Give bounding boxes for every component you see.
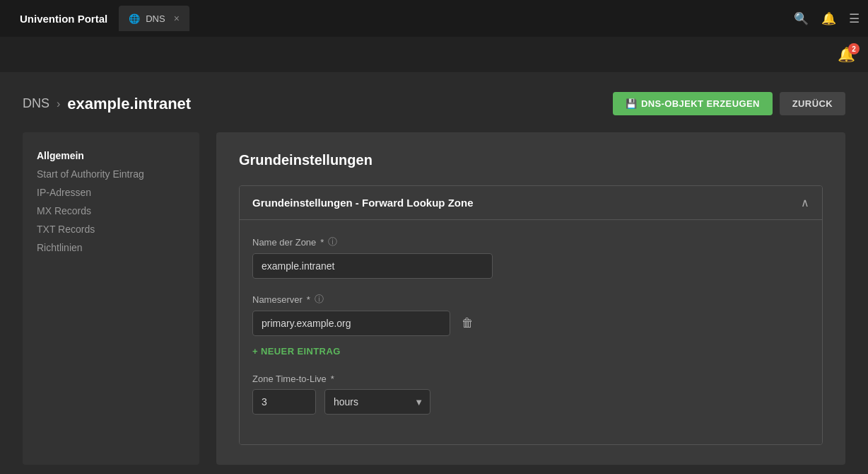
grundeinstellungen-section: Grundeinstellungen - Forward Lookup Zone… [239, 185, 823, 445]
sidebar-item-txt[interactable]: TXT Records [37, 220, 185, 238]
sidebar-item-soa[interactable]: Start of Authority Eintrag [37, 165, 185, 183]
tab-close-button[interactable]: × [174, 13, 180, 24]
add-entry-label: + NEUER EINTRAG [252, 346, 341, 357]
section-collapse-button[interactable]: ∧ [801, 196, 809, 209]
ttl-unit-select[interactable]: seconds minutes hours days [324, 389, 430, 415]
add-nameserver-button[interactable]: + NEUER EINTRAG [252, 343, 341, 359]
back-button[interactable]: ZURÜCK [780, 92, 845, 115]
ttl-row: seconds minutes hours days ▼ [252, 389, 809, 415]
top-bar: Univention Portal 🌐 DNS × 🔍 🔔 ☰ [0, 0, 868, 37]
search-icon[interactable]: 🔍 [794, 11, 809, 26]
ttl-unit-select-wrapper: seconds minutes hours days ▼ [324, 389, 430, 415]
dns-tab[interactable]: 🌐 DNS × [119, 6, 189, 31]
create-dns-object-button[interactable]: 💾 DNS-OBJEKT ERZEUGEN [613, 92, 773, 115]
secondary-bar: 🔔 2 [0, 37, 868, 72]
app-title: Univention Portal [8, 13, 119, 25]
sidebar-item-mx[interactable]: MX Records [37, 202, 185, 220]
nameserver-field-group: Nameserver * ⓘ 🗑 + NEUER EINTRAG [252, 293, 809, 359]
breadcrumb-current: example.intranet [67, 95, 191, 113]
title-actions: 💾 DNS-OBJEKT ERZEUGEN ZURÜCK [613, 92, 845, 115]
zone-name-field-group: Name der Zone * ⓘ [252, 236, 809, 279]
create-button-label: DNS-OBJEKT ERZEUGEN [641, 98, 760, 109]
nameserver-delete-button[interactable]: 🗑 [457, 313, 478, 333]
sidebar: Allgemein Start of Authority Eintrag IP-… [23, 132, 199, 465]
zone-name-input[interactable] [252, 253, 493, 279]
notification-badge: 2 [848, 43, 860, 54]
content-area: Allgemein Start of Authority Eintrag IP-… [23, 132, 845, 465]
main-panel: Grundeinstellungen Grundeinstellungen - … [216, 132, 845, 465]
notification-button[interactable]: 🔔 2 [838, 46, 855, 63]
zone-name-help-icon[interactable]: ⓘ [328, 236, 337, 248]
top-bar-actions: 🔍 🔔 ☰ [794, 11, 860, 26]
menu-icon[interactable]: ☰ [849, 11, 860, 26]
sidebar-item-allgemein[interactable]: Allgemein [37, 146, 185, 165]
panel-title: Grundeinstellungen [239, 152, 823, 168]
breadcrumb-separator: › [57, 98, 60, 110]
nameserver-label: Nameserver * ⓘ [252, 293, 809, 306]
ttl-value-input[interactable] [252, 389, 316, 415]
sidebar-item-richtlinien[interactable]: Richtlinien [37, 238, 185, 257]
bell-icon[interactable]: 🔔 [821, 11, 836, 26]
ttl-field-group: Zone Time-to-Live * seconds minutes hour… [252, 374, 809, 415]
tab-label: DNS [146, 13, 165, 24]
ttl-label: Zone Time-to-Live * [252, 374, 809, 384]
section-body: Name der Zone * ⓘ Nameserver * ⓘ [240, 220, 822, 444]
breadcrumb-dns-link[interactable]: DNS [23, 96, 49, 111]
sidebar-item-ip[interactable]: IP-Adressen [37, 183, 185, 202]
tab-globe-icon: 🌐 [129, 13, 140, 24]
page: DNS › example.intranet 💾 DNS-OBJEKT ERZE… [0, 72, 868, 474]
nameserver-input[interactable] [252, 311, 450, 336]
section-title: Grundeinstellungen - Forward Lookup Zone [252, 197, 474, 209]
nameserver-help-icon[interactable]: ⓘ [315, 293, 324, 306]
nameserver-row: 🗑 [252, 311, 809, 336]
save-icon: 💾 [626, 98, 637, 109]
breadcrumb: DNS › example.intranet [23, 95, 191, 113]
zone-name-label: Name der Zone * ⓘ [252, 236, 809, 248]
tab-bar: 🌐 DNS × [119, 6, 794, 31]
title-row: DNS › example.intranet 💾 DNS-OBJEKT ERZE… [23, 92, 845, 115]
section-header: Grundeinstellungen - Forward Lookup Zone… [240, 186, 822, 220]
